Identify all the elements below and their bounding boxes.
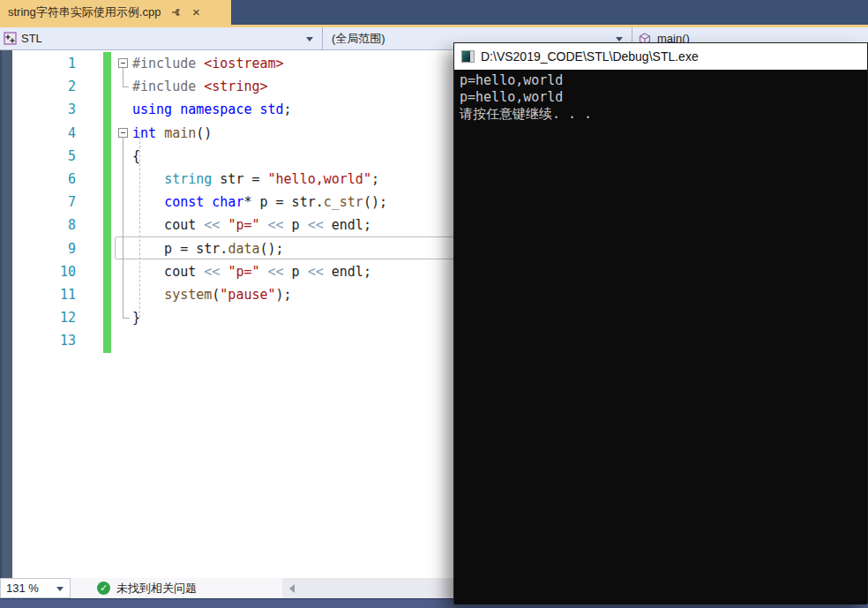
scope-dropdown-value: (全局范围): [332, 31, 385, 47]
code-line[interactable]: }: [132, 306, 140, 330]
code-line[interactable]: const char* p = str.c_str();: [132, 191, 387, 214]
vs2019-window: { "tab": { "title": "string字符串实际使用示例.cpp…: [0, 0, 868, 608]
tab-title: string字符串实际使用示例.cpp: [8, 4, 161, 20]
code-line[interactable]: cout << "p=" << p << endl;: [132, 214, 371, 237]
pushpin-icon[interactable]: [169, 6, 182, 19]
cpp-project-icon: [4, 32, 18, 46]
code-line[interactable]: p = str.data();: [132, 237, 284, 261]
close-icon[interactable]: ×: [189, 5, 203, 19]
console-output[interactable]: p=hello,worldp=hello,world请按任意键继续. . .: [454, 70, 867, 604]
horizontal-scrollbar[interactable]: [282, 578, 453, 598]
console-output-line: p=hello,world: [460, 72, 862, 89]
code-line[interactable]: #include <string>: [132, 75, 268, 99]
console-output-line: 请按任意键继续. . .: [460, 106, 862, 123]
check-circle-icon: ✓: [97, 582, 110, 595]
project-dropdown-value: STL: [21, 32, 42, 45]
document-health-indicator[interactable]: ✓ 未找到相关问题: [97, 578, 197, 598]
code-line[interactable]: #include <iostream>: [132, 52, 284, 76]
code-line[interactable]: system("pause");: [132, 283, 292, 307]
code-line[interactable]: string str = "hello,world";: [132, 168, 379, 191]
console-title-bar[interactable]: D:\VS2019_CODE\STL\Debug\STL.exe: [454, 43, 867, 70]
cmd-window-icon: [461, 50, 475, 63]
zoom-level-value: 131 %: [6, 582, 39, 595]
code-line[interactable]: using namespace std;: [132, 98, 292, 122]
document-tab-strip: string字符串实际使用示例.cpp ×: [0, 0, 868, 25]
tab-string-example-cpp[interactable]: string字符串实际使用示例.cpp ×: [0, 0, 231, 25]
console-title: D:\VS2019_CODE\STL\Debug\STL.exe: [481, 49, 699, 64]
code-line[interactable]: {: [132, 145, 140, 169]
project-dropdown[interactable]: STL: [0, 27, 323, 49]
console-output-line: p=hello,world: [460, 89, 862, 106]
zoom-level-dropdown[interactable]: 131 %: [0, 578, 71, 598]
scroll-left-arrow-icon[interactable]: [289, 584, 295, 593]
health-message: 未找到相关问题: [116, 581, 197, 597]
chevron-down-icon: [616, 37, 623, 41]
code-line[interactable]: int main(): [132, 122, 212, 146]
console-window[interactable]: D:\VS2019_CODE\STL\Debug\STL.exe p=hello…: [453, 42, 868, 604]
code-line[interactable]: cout << "p=" << p << endl;: [132, 260, 371, 284]
chevron-down-icon: [56, 587, 64, 591]
chevron-down-icon: [306, 37, 313, 41]
